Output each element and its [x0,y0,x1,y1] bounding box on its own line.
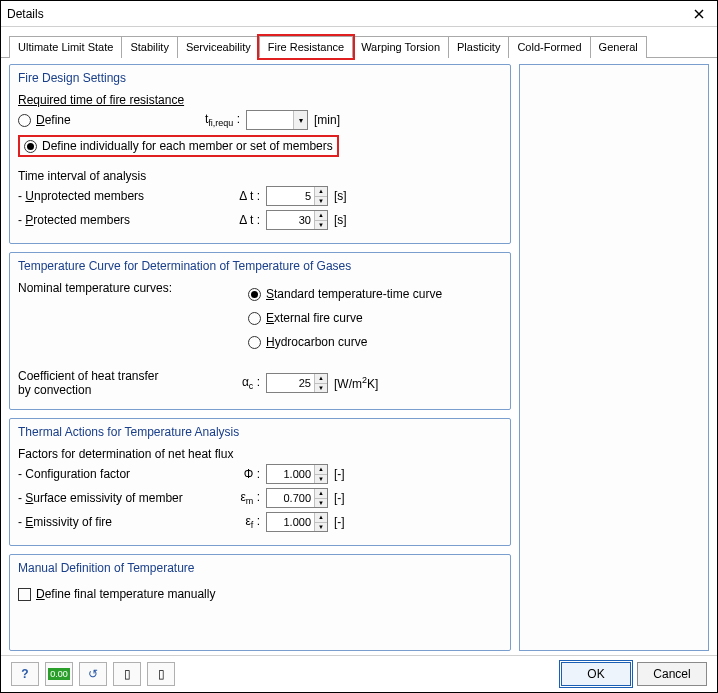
spin-down-icon[interactable]: ▼ [314,499,327,508]
cancel-button[interactable]: Cancel [637,662,707,686]
symbol-dt-prot: Δ t : [218,213,266,227]
time-interval-label: Time interval of analysis [18,169,502,183]
group-title: Temperature Curve for Determination of T… [18,259,502,273]
footer: ? 0.00 ↺ ▯ ▯ OK Cancel [1,655,717,692]
tab-cold-formed[interactable]: Cold-Formed [508,36,590,58]
unit-dash: [-] [328,515,345,529]
value-alpha-c: 25 [267,377,314,389]
titlebar: Details [1,1,717,27]
group-title: Fire Design Settings [18,71,502,85]
group-title: Thermal Actions for Temperature Analysis [18,425,502,439]
spin-up-icon[interactable]: ▲ [314,187,327,197]
tab-stability[interactable]: Stability [121,36,178,58]
spinner-surface-emissivity[interactable]: 0.700 ▲▼ [266,488,328,508]
unit-alpha-c: [W/m2K] [328,375,378,391]
preview-pane [519,64,709,651]
help-button[interactable]: ? [11,662,39,686]
symbol-phi: Φ : [218,467,266,481]
checkbox-define-final-temp[interactable] [18,588,31,601]
spin-down-icon[interactable]: ▼ [314,523,327,532]
profile-button-1[interactable]: ▯ [113,662,141,686]
chevron-down-icon: ▾ [293,111,307,129]
spin-down-icon[interactable]: ▼ [314,197,327,206]
tab-general[interactable]: General [590,36,647,58]
label-hydrocarbon-curve: Hydrocarbon curve [266,335,367,349]
label-external-curve: External fire curve [266,311,363,325]
label-factors: Factors for determination of net heat fl… [18,447,502,461]
reset-button[interactable]: ↺ [79,662,107,686]
nominal-options: Standard temperature-time curve External… [248,281,442,355]
row-surface-emissivity: - Surface emissivity of member εm : 0.70… [18,487,502,509]
row-configuration-factor: - Configuration factor Φ : 1.000 ▲▼ [-] [18,463,502,485]
value-unprotected: 5 [267,190,314,202]
label-protected: - Protected members [18,213,218,227]
close-button[interactable] [687,4,711,24]
unit-s-unprot: [s] [328,189,347,203]
group-fire-design-settings: Fire Design Settings Required time of fi… [9,64,511,244]
spin-up-icon[interactable]: ▲ [314,211,327,221]
combo-tfirequ[interactable]: ▾ [246,110,308,130]
details-dialog: Details Ultimate Limit State Stability S… [0,0,718,693]
row-protected: - Protected members Δ t : 30 ▲▼ [s] [18,209,502,231]
row-nominal: Nominal temperature curves: Standard tem… [18,281,502,355]
spinner-configuration-factor[interactable]: 1.000 ▲▼ [266,464,328,484]
spin-up-icon[interactable]: ▲ [314,465,327,475]
label-configuration-factor: - Configuration factor [18,467,218,481]
label-define-individually: Define individually for each member or s… [42,139,333,153]
row-external-curve: External fire curve [248,307,442,329]
tab-bar: Ultimate Limit State Stability Serviceab… [1,27,717,58]
profile-icon: ▯ [158,667,165,681]
symbol-alpha-c: αc : [218,375,266,391]
spinner-alpha-c[interactable]: 25 ▲▼ [266,373,328,393]
spin-down-icon[interactable]: ▼ [314,221,327,230]
label-nominal: Nominal temperature curves: [18,281,248,295]
tab-ultimate-limit-state[interactable]: Ultimate Limit State [9,36,122,58]
label-define-final-temp: Define final temperature manually [36,587,215,601]
units-icon: 0.00 [48,668,70,680]
group-manual-definition: Manual Definition of Temperature Define … [9,554,511,651]
radio-hydrocarbon-curve[interactable] [248,336,261,349]
spin-down-icon[interactable]: ▼ [314,384,327,393]
row-standard-curve: Standard temperature-time curve [248,283,442,305]
spinner-protected[interactable]: 30 ▲▼ [266,210,328,230]
symbol-tfirequ: tfi,requ : [186,112,246,128]
profile-icon: ▯ [124,667,131,681]
radio-standard-curve[interactable] [248,288,261,301]
value-protected: 30 [267,214,314,226]
symbol-ef: εf : [218,514,266,530]
spin-up-icon[interactable]: ▲ [314,374,327,384]
unit-min: [min] [308,113,340,127]
window-title: Details [7,7,687,21]
row-alpha-c: Coefficient of heat transfer by convecti… [18,369,502,397]
group-thermal-actions: Thermal Actions for Temperature Analysis… [9,418,511,546]
help-icon: ? [21,667,28,681]
label-emissivity-fire: - Emissivity of fire [18,515,218,529]
label-define: Define [36,113,186,127]
radio-external-curve[interactable] [248,312,261,325]
spin-up-icon[interactable]: ▲ [314,489,327,499]
row-define-individually: Define individually for each member or s… [18,135,339,157]
value-configuration-factor: 1.000 [267,468,314,480]
label-unprotected: - Unprotected members [18,189,218,203]
content-area: Fire Design Settings Required time of fi… [1,58,717,655]
row-define: Define tfi,requ : ▾ [min] [18,109,502,131]
units-button[interactable]: 0.00 [45,662,73,686]
row-emissivity-fire: - Emissivity of fire εf : 1.000 ▲▼ [-] [18,511,502,533]
row-unprotected: - Unprotected members Δ t : 5 ▲▼ [s] [18,185,502,207]
tab-fire-resistance[interactable]: Fire Resistance [259,36,353,58]
spin-down-icon[interactable]: ▼ [314,475,327,484]
value-emissivity-fire: 1.000 [267,516,314,528]
value-surface-emissivity: 0.700 [267,492,314,504]
tab-serviceability[interactable]: Serviceability [177,36,260,58]
spinner-unprotected[interactable]: 5 ▲▼ [266,186,328,206]
ok-button[interactable]: OK [561,662,631,686]
tab-warping-torsion[interactable]: Warping Torsion [352,36,449,58]
spin-up-icon[interactable]: ▲ [314,513,327,523]
spinner-emissivity-fire[interactable]: 1.000 ▲▼ [266,512,328,532]
row-hydrocarbon-curve: Hydrocarbon curve [248,331,442,353]
tab-plasticity[interactable]: Plasticity [448,36,509,58]
radio-define-individually[interactable] [24,140,37,153]
unit-s-prot: [s] [328,213,347,227]
profile-button-2[interactable]: ▯ [147,662,175,686]
radio-define[interactable] [18,114,31,127]
